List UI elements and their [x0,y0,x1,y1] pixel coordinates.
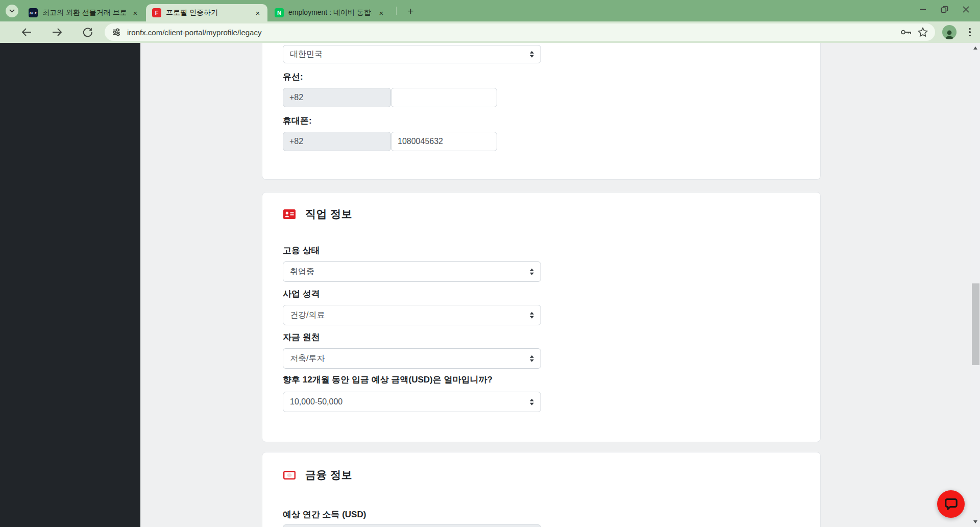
job-section-title: 직업 정보 [305,207,352,221]
naver-favicon: N [275,8,284,17]
job-section-header: 직업 정보 [283,207,352,221]
person-icon [944,29,955,39]
portal-sidebar [0,43,141,527]
reload-icon [83,27,93,37]
chevron-down-icon [9,9,15,13]
landline-number-field[interactable] [391,88,497,107]
back-button[interactable] [20,26,33,38]
restore-icon [941,6,948,13]
select-stepper-icon [530,399,534,405]
back-icon [21,28,32,36]
window-controls [919,0,980,18]
banknote-icon [283,471,296,480]
profile-avatar[interactable] [942,25,957,39]
tab-ironfx-active[interactable]: F 프로필 인증하기 × [146,4,267,21]
expected-deposit-select[interactable]: 10,000-50,000 [283,392,541,412]
scroll-down-arrow[interactable] [973,520,977,523]
expected-deposit-value: 10,000-50,000 [290,397,342,406]
page-scrollbar[interactable] [971,43,980,527]
address-bar[interactable]: ironfx.com/client-portal/myprofile/legac… [105,23,935,41]
forward-button[interactable] [51,26,63,38]
password-key-icon[interactable] [900,27,912,37]
tab-divider [396,7,397,15]
tab-search-button[interactable] [6,5,18,17]
country-select[interactable]: 대한민국 [283,45,541,63]
business-nature-label: 사업 성격 [283,288,320,300]
funds-source-value: 저축/투자 [290,353,325,364]
financial-section-header: 금융 정보 [283,468,352,482]
expected-deposit-label: 향후 12개월 동안 입금 예상 금액(USD)은 얼마입니까? [283,374,493,386]
landline-label: 유선: [283,71,303,83]
contact-card: 대한민국 유선: 휴대폰: [262,43,821,180]
annual-income-select[interactable] [283,524,541,527]
mobile-number-field[interactable] [391,132,497,151]
reload-button[interactable] [82,26,94,38]
job-info-card: 직업 정보 고용 상태 취업중 사업 성격 건강/의료 자금 원천 저축/투자 … [262,192,821,442]
browser-toolbar: ironfx.com/client-portal/myprofile/legac… [0,21,980,43]
hfx-favicon: HFX [29,8,38,17]
browser-menu-button[interactable] [966,27,973,38]
business-nature-value: 건강/의료 [290,310,325,321]
country-select-value: 대한민국 [290,49,323,60]
funds-source-select[interactable]: 저축/투자 [283,348,541,369]
close-window-button[interactable] [962,5,970,13]
financial-info-card: 금융 정보 예상 연간 소득 (USD) [262,452,821,527]
bookmark-star-icon[interactable] [918,27,928,37]
select-stepper-icon [530,312,534,319]
tab-title: employment : 네이버 통합검색 [288,8,372,17]
close-tab-icon[interactable]: × [131,8,140,17]
employment-status-value: 취업중 [290,267,314,277]
business-nature-select[interactable]: 건강/의료 [283,305,541,325]
tab-title: 프로필 인증하기 [166,8,249,17]
new-tab-button[interactable]: + [404,5,417,17]
employment-status-label: 고용 상태 [283,245,320,256]
select-stepper-icon [530,51,534,58]
site-settings-icon[interactable] [112,28,121,37]
tab-naver[interactable]: N employment : 네이버 통합검색 × [268,4,391,21]
funds-source-label: 자금 원천 [283,331,320,343]
landline-code-field[interactable] [283,88,391,107]
close-tab-icon[interactable]: × [253,8,262,17]
livechat-button[interactable] [937,490,965,518]
ironfx-favicon: F [152,8,161,17]
select-stepper-icon [530,355,534,362]
minimize-icon [920,9,926,10]
close-tab-icon[interactable]: × [377,8,386,17]
restore-button[interactable] [940,5,948,13]
url-text[interactable]: ironfx.com/client-portal/myprofile/legac… [127,28,261,37]
mobile-label: 휴대폰: [283,115,312,127]
tab-hfx[interactable]: HFX 최고의 외환 선물거래 브로커 × [22,4,145,21]
employment-status-select[interactable]: 취업중 [283,261,541,282]
tab-title: 최고의 외환 선물거래 브로커 [42,8,126,17]
mobile-code-field[interactable] [283,132,391,151]
minimize-button[interactable] [919,5,927,13]
contact-card-icon [283,209,296,219]
scroll-up-arrow[interactable] [973,46,977,50]
financial-section-title: 금융 정보 [305,468,352,482]
tab-strip: HFX 최고의 외환 선물거래 브로커 × F 프로필 인증하기 × N emp… [0,0,980,21]
browser-window: HFX 최고의 외환 선물거래 브로커 × F 프로필 인증하기 × N emp… [0,0,980,527]
scrollbar-thumb[interactable] [972,283,979,365]
forward-icon [52,28,62,36]
chat-bubble-icon [944,497,958,511]
close-icon [963,6,969,13]
annual-income-label: 예상 연간 소득 (USD) [283,509,366,520]
select-stepper-icon [530,269,534,275]
